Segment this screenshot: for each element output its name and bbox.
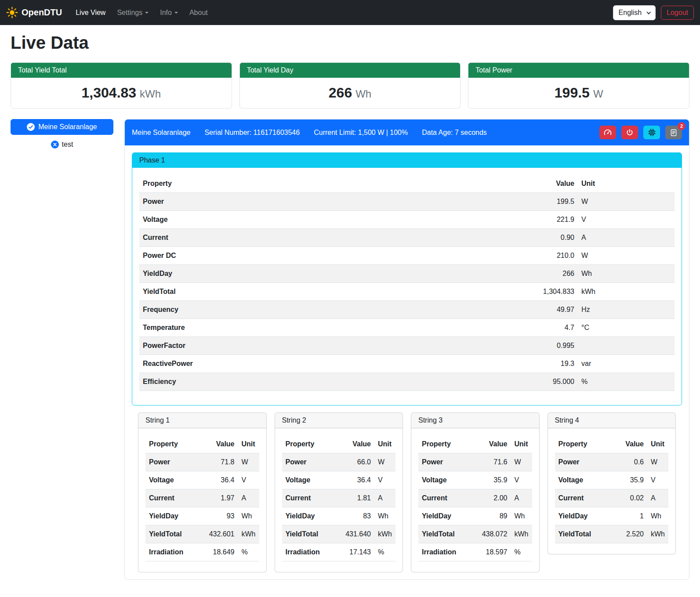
table-row: ReactivePower19.3var	[139, 355, 675, 373]
total-power-card: Total Power 199.5 W	[468, 62, 689, 109]
table-row: Current0.90A	[139, 229, 675, 247]
value-cell: 266	[402, 265, 578, 283]
property-cell: Voltage	[139, 211, 402, 229]
property-cell: YieldDay	[145, 507, 197, 525]
property-cell: Current	[555, 489, 612, 507]
panel-actions: 2	[599, 126, 682, 139]
nav-items: Live View Settings Info About	[70, 5, 214, 20]
cpu-icon	[648, 128, 656, 137]
event-log-button[interactable]: 2	[665, 126, 682, 139]
brand-link[interactable]: OpenDTU	[6, 7, 62, 18]
navbar: OpenDTU Live View Settings Info About En…	[0, 0, 700, 25]
property-cell: Current	[282, 489, 334, 507]
card-unit: kWh	[140, 88, 161, 100]
card-title: Total Yield Day	[240, 63, 461, 78]
card-value: 266	[329, 85, 352, 101]
unit-cell: var	[578, 355, 675, 373]
column-unit: Unit	[511, 435, 532, 453]
inverter-label: test	[62, 141, 73, 148]
logout-button[interactable]: Logout	[661, 6, 694, 20]
nav-info[interactable]: Info	[154, 5, 184, 20]
data-age: Data Age: 7 seconds	[422, 129, 487, 137]
unit-cell: W	[578, 193, 675, 211]
value-cell: 89	[470, 507, 511, 525]
string-2-table: Property Value Unit Power66.0WVoltage36.…	[282, 435, 396, 561]
nav-live-view[interactable]: Live View	[70, 5, 111, 20]
property-cell: Temperature	[139, 319, 402, 337]
page-title: Live Data	[11, 33, 689, 53]
table-row: Power71.8W	[145, 453, 259, 471]
language-select[interactable]: English	[613, 5, 656, 20]
unit-cell: W	[374, 453, 395, 471]
brand-label: OpenDTU	[22, 7, 62, 18]
phase-card: Phase 1 Property Value Unit Power199.5WV…	[132, 152, 682, 405]
nav-settings[interactable]: Settings	[111, 5, 154, 20]
value-cell: 66.0	[334, 453, 374, 471]
card-unit: W	[593, 88, 603, 100]
table-row: YieldDay266Wh	[139, 265, 675, 283]
check-circle-icon	[27, 123, 35, 131]
column-property: Property	[555, 435, 612, 453]
property-cell: Power	[418, 453, 470, 471]
limit-settings-button[interactable]	[599, 126, 616, 139]
property-cell: YieldDay	[418, 507, 470, 525]
device-info-button[interactable]	[643, 126, 660, 139]
unit-cell: kWh	[647, 525, 668, 543]
property-cell: Current	[145, 489, 197, 507]
string-3-table: Property Value Unit Power71.6WVoltage35.…	[418, 435, 532, 561]
unit-cell: Wh	[374, 507, 395, 525]
unit-cell: A	[238, 489, 259, 507]
table-row: YieldDay89Wh	[418, 507, 532, 525]
string-title: String 1	[138, 413, 266, 428]
table-row: Current1.81A	[282, 489, 396, 507]
summary-cards: Total Yield Total 1,304.83 kWh Total Yie…	[11, 62, 689, 109]
inverter-button-meine-solaranlage[interactable]: Meine Solaranlage	[11, 119, 113, 135]
string-3-card: String 3 Property Value Unit	[411, 412, 540, 572]
table-row: Power DC210.0W	[139, 247, 675, 265]
column-property: Property	[139, 175, 402, 193]
value-cell: 0.6	[611, 453, 647, 471]
string-4-table: Property Value Unit Power0.6WVoltage35.9…	[555, 435, 669, 543]
unit-cell: %	[511, 543, 532, 561]
value-cell: 1.97	[197, 489, 238, 507]
navbar-right: English Logout	[613, 5, 694, 20]
inverter-button-test[interactable]: test	[48, 140, 76, 149]
table-row: YieldTotal431.640kWh	[282, 525, 396, 543]
value-cell: 431.640	[334, 525, 374, 543]
unit-cell: A	[578, 229, 675, 247]
table-row: Voltage36.4V	[282, 471, 396, 489]
table-row: Voltage35.9V	[418, 471, 532, 489]
table-row: Current2.00A	[418, 489, 532, 507]
unit-cell: Wh	[578, 265, 675, 283]
column-unit: Unit	[647, 435, 668, 453]
unit-cell: V	[238, 471, 259, 489]
table-row: Power71.6W	[418, 453, 532, 471]
table-row: Current1.97A	[145, 489, 259, 507]
value-cell: 210.0	[402, 247, 578, 265]
table-row: YieldTotal438.072kWh	[418, 525, 532, 543]
event-count-badge: 2	[678, 122, 685, 130]
property-cell: ReactivePower	[139, 355, 402, 373]
chevron-down-icon	[646, 10, 651, 14]
table-header-row: Property Value Unit	[418, 435, 532, 453]
chevron-down-icon	[145, 12, 149, 14]
total-yield-day-card: Total Yield Day 266 Wh	[239, 62, 461, 109]
string-4-card: String 4 Property Value Unit	[548, 412, 676, 554]
property-cell: Voltage	[145, 471, 197, 489]
nav-about[interactable]: About	[184, 5, 214, 20]
unit-cell: kWh	[374, 525, 395, 543]
table-header-row: Property Value Unit	[282, 435, 396, 453]
table-row: YieldDay1Wh	[555, 507, 669, 525]
phase-title: Phase 1	[132, 153, 682, 168]
value-cell: 36.4	[197, 471, 238, 489]
value-cell: 18.597	[470, 543, 511, 561]
inverter-name: Meine Solaranlage	[132, 129, 190, 137]
property-cell: YieldTotal	[555, 525, 612, 543]
table-row: Frequency49.97Hz	[139, 301, 675, 319]
table-row: Voltage221.9V	[139, 211, 675, 229]
unit-cell: W	[511, 453, 532, 471]
power-control-button[interactable]	[621, 126, 638, 139]
table-row: Voltage36.4V	[145, 471, 259, 489]
card-value: 199.5	[555, 85, 590, 101]
table-row: Irradiation17.143%	[282, 543, 396, 561]
